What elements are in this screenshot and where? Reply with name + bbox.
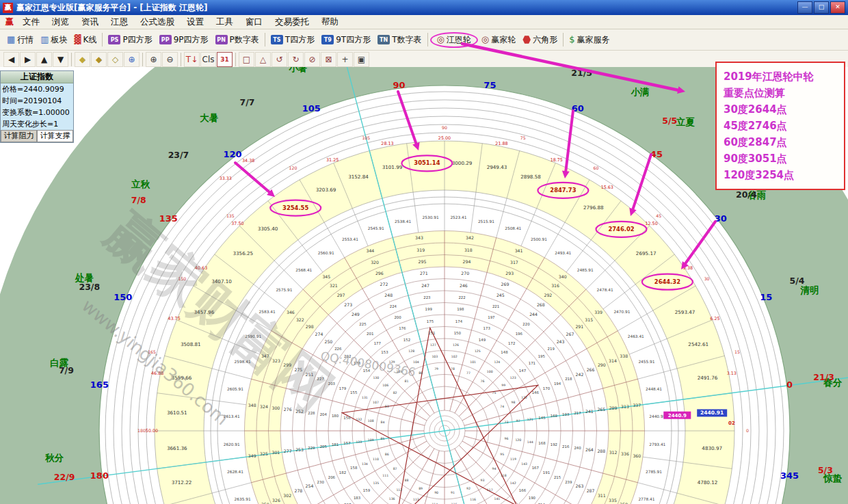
svg-text:136: 136 xyxy=(389,497,395,501)
ps-square-icon: PS xyxy=(108,35,120,44)
calc-support-button[interactable]: 计算支撑 xyxy=(37,130,73,142)
svg-text:124: 124 xyxy=(494,360,501,364)
svg-text:190: 190 xyxy=(529,496,536,500)
calendar-button[interactable]: 31 xyxy=(217,52,233,67)
app-logo-icon: 赢 xyxy=(3,16,16,28)
toolbar-item-label: 赢家轮 xyxy=(491,34,516,46)
maximize-button[interactable]: □ xyxy=(814,1,829,14)
toolbar-item-行情[interactable]: ▦行情 xyxy=(3,33,37,47)
svg-text:156: 156 xyxy=(343,416,351,420)
svg-text:166: 166 xyxy=(519,488,527,492)
toolbar-item-板块[interactable]: ▥板块 xyxy=(37,33,70,47)
svg-text:288: 288 xyxy=(597,449,605,453)
toolbar-item-六角形[interactable]: 六角形 xyxy=(519,33,561,47)
svg-text:290: 290 xyxy=(598,362,606,367)
svg-text:97: 97 xyxy=(516,419,520,423)
svg-text:201: 201 xyxy=(367,332,373,336)
menu-item-资讯[interactable]: 资讯 xyxy=(75,16,105,29)
svg-text:320: 320 xyxy=(371,260,379,265)
svg-text:5/3: 5/3 xyxy=(818,465,833,475)
minimize-button[interactable]: — xyxy=(797,1,812,14)
cls-button[interactable]: Cls xyxy=(200,52,216,67)
calc-resistance-button[interactable]: 计算阻力 xyxy=(1,130,37,142)
svg-text:264: 264 xyxy=(585,447,594,452)
move-tool-button[interactable]: + xyxy=(337,52,353,67)
back-button[interactable]: ◀ xyxy=(3,52,19,67)
toolbar-item-赢家服务[interactable]: $赢家服务 xyxy=(566,33,613,47)
t-cursor-button[interactable]: T↓ xyxy=(184,52,200,67)
menu-item-设置[interactable]: 设置 xyxy=(181,16,210,29)
toolbar-item-江恩轮[interactable]: ◎江恩轮 xyxy=(430,32,478,48)
toolbar-item-9P四方形[interactable]: PP9P四方形 xyxy=(156,33,212,47)
menu-item-交易委托[interactable]: 交易委托 xyxy=(269,16,315,29)
toolbar-item-T四方形[interactable]: TST四方形 xyxy=(267,33,318,47)
svg-text:273: 273 xyxy=(344,302,352,307)
toolbar-item-label: K线 xyxy=(83,34,97,46)
toolbar-item-P数字表[interactable]: PNP数字表 xyxy=(212,33,263,47)
svg-text:270: 270 xyxy=(461,271,469,276)
svg-text:88: 88 xyxy=(405,479,409,482)
rotate-cw-button[interactable]: ↻ xyxy=(288,52,304,67)
menu-item-浏览[interactable]: 浏览 xyxy=(46,16,75,29)
toolbar-item-T数字表[interactable]: TNT数字表 xyxy=(374,33,425,47)
toolbar-item-赢家轮[interactable]: ◎赢家轮 xyxy=(478,33,519,47)
zoom-out-button[interactable]: ⊖ xyxy=(162,52,178,67)
svg-text:23/8: 23/8 xyxy=(79,282,100,292)
diamond-3-button[interactable]: ◇ xyxy=(107,52,123,67)
svg-text:242: 242 xyxy=(576,372,584,377)
menu-item-帮助[interactable]: 帮助 xyxy=(315,16,345,29)
pointer-button[interactable]: ▲ xyxy=(36,52,52,67)
svg-text:313: 313 xyxy=(621,404,629,409)
svg-text:95: 95 xyxy=(500,453,504,456)
diamond-1-button[interactable]: ◆ xyxy=(75,52,90,67)
window-controls: — □ ✕ xyxy=(797,1,845,14)
svg-text:7/7: 7/7 xyxy=(240,97,255,107)
svg-text:74: 74 xyxy=(500,405,504,408)
svg-text:157: 157 xyxy=(343,441,350,445)
svg-text:128: 128 xyxy=(408,349,414,353)
info-row-coefficient: 变换系数=1.00000 xyxy=(1,107,73,118)
svg-text:86: 86 xyxy=(385,453,389,456)
menu-item-工具[interactable]: 工具 xyxy=(210,16,239,29)
svg-text:12.50: 12.50 xyxy=(645,221,657,226)
svg-text:102: 102 xyxy=(451,355,458,358)
filter-button[interactable]: ▼ xyxy=(53,52,68,67)
zoom-in-button[interactable]: ⊕ xyxy=(146,52,161,67)
toolbar-item-P四方形[interactable]: PSP四方形 xyxy=(105,33,155,47)
menu-item-窗口[interactable]: 窗口 xyxy=(239,16,269,29)
svg-text:37.50: 37.50 xyxy=(231,221,243,226)
no-symbol-button[interactable]: ⊘ xyxy=(304,52,320,67)
quotes-grid-icon: ▦ xyxy=(7,35,15,44)
svg-text:198: 198 xyxy=(457,307,464,311)
svg-text:335: 335 xyxy=(609,498,617,503)
rect-tool-button[interactable]: □ xyxy=(239,52,254,67)
close-button[interactable]: ✕ xyxy=(830,1,845,14)
triangle-tool-button[interactable]: △ xyxy=(255,52,271,67)
toolbar-separator xyxy=(142,53,143,66)
toolbar-item-label: 行情 xyxy=(17,34,34,46)
forward-button[interactable]: ▶ xyxy=(20,52,36,67)
svg-text:343: 343 xyxy=(415,235,423,240)
svg-text:107: 107 xyxy=(373,401,379,404)
boxed-x-button[interactable]: ⊠ xyxy=(321,52,336,67)
svg-text:159: 159 xyxy=(363,488,371,492)
toolbar-item-K线[interactable]: ▓K线 xyxy=(71,33,101,47)
menu-item-文件[interactable]: 文件 xyxy=(16,16,46,29)
menu-item-公式选股[interactable]: 公式选股 xyxy=(134,16,181,29)
svg-text:2500.91: 2500.91 xyxy=(531,237,547,241)
svg-text:2847.73: 2847.73 xyxy=(550,187,576,194)
svg-text:33.33: 33.33 xyxy=(220,176,232,181)
svg-text:2746.02: 2746.02 xyxy=(608,226,634,233)
svg-text:266: 266 xyxy=(587,367,595,372)
window-title: 赢家江恩专业版[赢家服务平台] - [上证指数 江恩轮] xyxy=(16,2,207,14)
svg-text:300: 300 xyxy=(271,406,280,410)
svg-text:170: 170 xyxy=(543,386,551,390)
diamond-2-button[interactable]: ◆ xyxy=(91,52,107,67)
center-target-button[interactable]: ⊕ xyxy=(124,52,140,67)
toolbar-item-9T四方形[interactable]: T99T四方形 xyxy=(318,33,374,47)
rotate-ccw-button[interactable]: ↺ xyxy=(271,52,287,67)
svg-text:287: 287 xyxy=(587,488,595,493)
menu-item-江恩[interactable]: 江恩 xyxy=(105,16,134,29)
marquee-tool-button[interactable]: ▣ xyxy=(354,52,369,67)
svg-text:133: 133 xyxy=(356,440,362,444)
